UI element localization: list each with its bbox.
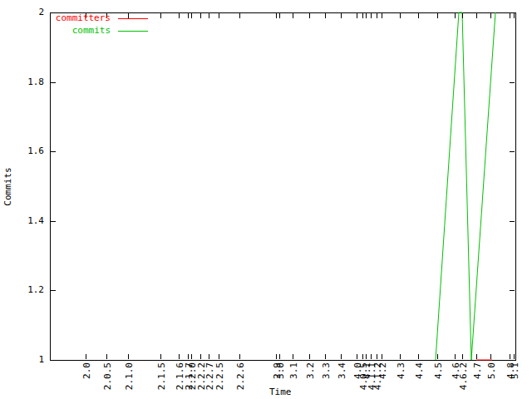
x-tick-label: 4.5 <box>434 362 443 379</box>
series-commits-line <box>436 12 495 360</box>
x-tick-label: 4.3 <box>397 362 406 379</box>
x-tick-label: 4.4 <box>415 362 424 379</box>
x-tick-label: 4.7 <box>473 362 482 379</box>
y-tick-label: 1.4 <box>11 216 44 225</box>
x-tick-label: 3.2 <box>306 362 315 379</box>
x-tick-label: 4.2 <box>378 362 387 379</box>
x-tick-label: 2.1.0 <box>125 362 134 390</box>
x-tick-label: 2.2.7 <box>205 362 214 390</box>
x-tick-label: 5.0 <box>487 362 496 379</box>
x-tick-label: 2.0 <box>82 362 91 379</box>
x-tick-label: 3.3 <box>322 362 331 379</box>
y-tick-label: 1.6 <box>11 146 44 155</box>
y-tick-label: 1.8 <box>11 77 44 86</box>
gnuplot-commits-chart: committers commits Commits Time 2.02.0.5… <box>0 0 532 399</box>
x-tick-label: 3.0 <box>276 362 285 379</box>
y-axis-title: Commits <box>3 167 12 205</box>
plot-border <box>51 13 516 361</box>
x-tick-label: 3.4 <box>337 362 347 379</box>
x-tick-label: 2.2.6 <box>236 362 245 390</box>
y-tick-label: 2 <box>11 7 44 17</box>
x-tick-label: 5.1 <box>510 362 520 379</box>
x-tick-label: 2.1.5 <box>157 362 166 390</box>
x-tick-label: 4.6.2 <box>459 362 468 390</box>
y-tick-label: 1 <box>11 355 44 364</box>
plot-area <box>0 0 532 399</box>
x-tick-label: 2.2.5 <box>215 362 224 390</box>
x-axis-title: Time <box>269 387 292 397</box>
legend-entry-commits: commits <box>19 26 111 35</box>
y-tick-label: 1.2 <box>11 285 44 294</box>
x-tick-label: 3.1 <box>289 362 298 379</box>
x-tick-label: 2.0.5 <box>103 362 112 390</box>
